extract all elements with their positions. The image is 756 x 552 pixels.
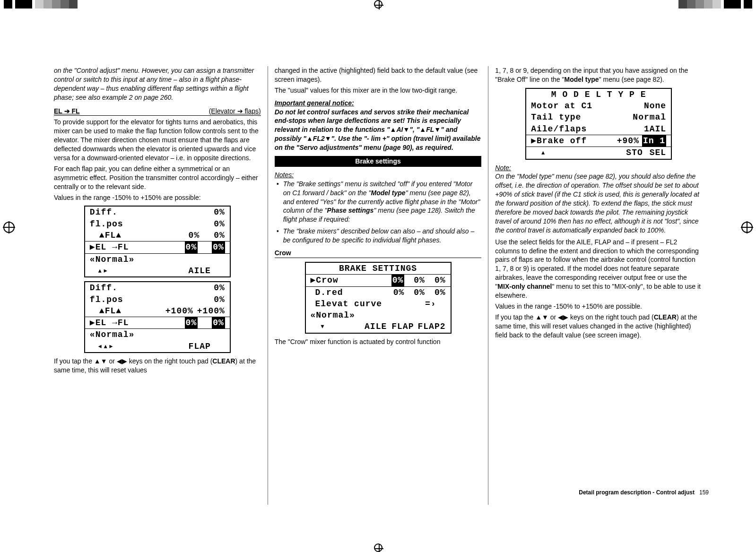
lcd-phase: «Normal» <box>90 329 134 340</box>
lcd-screen-2: Diff.0% fl.pos0% ▲FL▲+100%+100% ▶EL →FL0… <box>84 281 231 353</box>
body-text: Values in the range -150% to +150% are p… <box>54 193 261 202</box>
crow-heading: Crow <box>275 249 291 257</box>
lcd-value: 0% <box>185 317 198 328</box>
lcd-label: ▶EL →FL <box>90 242 129 253</box>
crosshair-icon <box>374 0 382 9</box>
lcd-footer: AILE <box>365 321 387 332</box>
nav-arrows-icon: ◂▴▸ <box>90 341 114 352</box>
mixer-heading: EL ➔ FL (Elevator ➔ flaps) <box>54 107 261 116</box>
body-text: If you tap the ▲▼ or ◀▶ keys on the righ… <box>54 357 261 375</box>
nav-arrows-icon: ▴ <box>531 147 546 158</box>
note-heading: Note: <box>495 164 702 172</box>
lcd-label: Aile/flaps <box>531 123 587 135</box>
text-run: If you tap the ▲▼ or ◀▶ keys on the righ… <box>495 313 653 321</box>
page: on the "Control adjust" menu. However, y… <box>0 0 756 552</box>
lcd-value: None <box>644 100 666 112</box>
side-crosshair-left <box>3 221 15 233</box>
body-text: Values in the range -150% to +150% are p… <box>495 302 702 311</box>
lcd-value: 0% <box>212 317 225 328</box>
registration-marks-bottom <box>0 543 756 552</box>
lcd-label: ▶EL →FL <box>90 317 129 328</box>
lcd-label: ▶Brake off <box>531 135 587 147</box>
body-text: changed in the active (highlighted) fiel… <box>275 66 482 84</box>
page-footer: Detail program description - Control adj… <box>579 489 709 496</box>
lcd-value: 0% <box>414 287 425 298</box>
body-text: To provide support for the elevator for … <box>54 118 261 162</box>
lcd-footer: FLAP <box>391 321 414 332</box>
column-1: on the "Control adjust" menu. However, y… <box>47 66 268 505</box>
mixer-right: (Elevator ➔ flaps) <box>209 107 261 116</box>
column-2: changed in the active (highlighted) fiel… <box>268 66 488 505</box>
lcd-value: +100% <box>197 305 225 317</box>
lcd-label: fl.pos <box>90 294 123 305</box>
lcd-footer: STO <box>626 147 643 158</box>
content-area: on the "Control adjust" menu. However, y… <box>47 66 709 505</box>
body-text: For each flap pair, you can define eithe… <box>54 164 261 191</box>
text-bold: Model type <box>371 189 406 197</box>
text-bold: Phase settings <box>327 207 374 214</box>
body-text: The "usual" values for this mixer are in… <box>275 86 482 95</box>
lcd-value: 0% <box>212 242 225 253</box>
note-body: On the "Model type" menu (see page 82), … <box>495 172 702 234</box>
lcd-value: 0% <box>414 275 425 286</box>
lcd-footer: AILE <box>189 265 211 276</box>
brake-settings-bar: Brake settings <box>275 156 482 167</box>
registration-marks-top <box>0 0 756 9</box>
lcd-value: +100% <box>165 305 193 317</box>
lcd-value: 0% <box>391 275 405 286</box>
lcd-label: Diff. <box>90 282 118 293</box>
lcd-value: 0% <box>214 282 225 293</box>
text-run: If you tap the ▲▼ or ◀▶ keys on the righ… <box>54 357 212 365</box>
intro-text: on the "Control adjust" menu. However, y… <box>54 66 261 102</box>
lcd-value: 0% <box>214 218 225 230</box>
footer-title: Detail program description - Control adj… <box>579 489 695 496</box>
text-bold: Model type <box>565 76 599 83</box>
lcd-phase: «Normal» <box>90 254 134 265</box>
nav-arrows-icon: ▾ <box>311 321 326 332</box>
lcd-value: 0% <box>189 230 200 241</box>
lcd-value: 0% <box>214 207 225 218</box>
lcd-value: 0% <box>434 275 446 286</box>
notes-heading: Notes: <box>275 171 482 180</box>
lcd-screen-1: Diff.0% fl.pos0% ▲FL▲0%0% ▶EL →FL0%0% «N… <box>84 206 231 277</box>
lcd-title: M O D E L T Y P E <box>551 89 646 100</box>
lcd-footer: SEL <box>650 147 666 158</box>
column-3: 1, 7, 8 or 9, depending on the input tha… <box>488 66 709 505</box>
lcd-label: fl.pos <box>90 218 123 230</box>
notice-heading: Important general notice: <box>275 99 482 108</box>
lcd-value: +90% <box>617 135 639 147</box>
body-text: Use the select fields for the AILE, FLAP… <box>495 238 702 300</box>
lcd-label: Diff. <box>90 207 118 218</box>
text-run: " menu (see page 82). <box>599 76 664 83</box>
text-run: On the "Model type" menu (see page 82), … <box>495 172 699 233</box>
note-bullet: The "Brake settings" menu is switched "o… <box>275 180 482 224</box>
body-text: The "Crow" mixer function is actuated by… <box>275 337 482 346</box>
lcd-label: ▲FL▲ <box>90 305 122 317</box>
lcd-label: ▶Crow <box>311 275 339 286</box>
lcd-value: =› <box>425 298 436 310</box>
lcd-label: Motor at C1 <box>531 100 592 112</box>
lcd-value: In 1 <box>642 135 666 147</box>
lcd-label: Tail type <box>531 112 581 123</box>
lcd-phase: «Normal» <box>311 310 355 321</box>
text-bold: CLEAR <box>654 313 677 321</box>
lcd-label: D.red <box>311 287 343 298</box>
lcd-label: Elevat curve <box>311 298 382 310</box>
notice-body: Do not let control surfaces and servos s… <box>275 108 482 152</box>
lcd-label: ▲FL▲ <box>90 230 122 241</box>
body-text: If you tap the ▲▼ or ◀▶ keys on the righ… <box>495 313 702 340</box>
text-bold: MIX-only channel <box>497 283 552 290</box>
lcd-value: Normal <box>633 112 666 123</box>
side-crosshair-right <box>741 221 753 233</box>
lcd-value: 0% <box>393 287 405 298</box>
lcd-footer: FLAP <box>189 341 211 352</box>
text-bold: CLEAR <box>212 357 235 365</box>
page-number: 159 <box>699 489 709 496</box>
nav-arrows-icon: ▴▸ <box>90 265 109 276</box>
note-bullet: The "brake mixers" described below can a… <box>275 227 482 245</box>
lcd-title: BRAKE SETTINGS <box>339 263 417 274</box>
lcd-value: 1AIL <box>644 123 666 135</box>
lcd-value: 0% <box>214 294 225 305</box>
lcd-value: 0% <box>214 230 225 241</box>
lcd-value: 0% <box>434 287 446 298</box>
